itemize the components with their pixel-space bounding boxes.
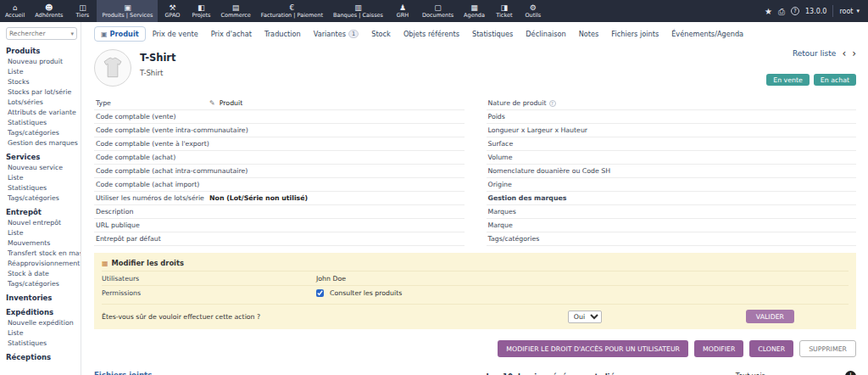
menu-commerce-label: Commerce xyxy=(220,13,250,19)
menu-facturation-paiement[interactable]: € Facturation | Paiement xyxy=(256,0,328,22)
latest-events-title: Les 10 derniers événements liés xyxy=(487,372,620,375)
sidebar-item-nouvelle-expedition[interactable]: Nouvelle expédition xyxy=(6,318,77,328)
left-sidebar: ▾ Produits Nouveau produit Liste Stocks … xyxy=(0,22,81,375)
field-row-lot-serie: Utiliser les numéros de lots/série Non (… xyxy=(94,192,465,205)
sidebar-item-stock-a-date[interactable]: Stock à date xyxy=(6,269,77,279)
menu-tiers-label: Tiers xyxy=(76,13,90,19)
sidebar-item-reapprovisionnement[interactable]: Réapprovisionnement xyxy=(6,259,77,269)
documents-icon: ▢ xyxy=(434,4,442,12)
sidebar-item-tags-services[interactable]: Tags/catégories xyxy=(6,193,77,204)
sidebar-item-statistiques-produits[interactable]: Statistiques xyxy=(6,118,77,128)
menu-produits-services[interactable]: ▣ Produits | Services xyxy=(97,0,158,22)
sidebar-header-services[interactable]: Services xyxy=(6,148,77,163)
chevron-left-icon[interactable]: ‹ xyxy=(842,50,846,58)
user-menu[interactable]: root ▾ xyxy=(839,8,860,15)
tab-declinaison[interactable]: Déclinaison xyxy=(520,27,571,41)
tab-label: Stock xyxy=(371,30,391,38)
product-title-block: T-Shirt T-Shirt xyxy=(140,49,176,87)
tab-fichiers-joints[interactable]: Fichiers joints xyxy=(605,27,665,41)
menu-projets[interactable]: ◧ Projets xyxy=(186,0,215,22)
rights-permissions-row: Permissions Consulter les produits xyxy=(102,285,849,299)
menu-agenda[interactable]: ▦ Agenda xyxy=(459,0,490,22)
modify-button[interactable]: MODIFIER xyxy=(694,340,743,357)
back-to-list-link[interactable]: Retour liste xyxy=(793,49,836,58)
print-icon[interactable]: ⎙ xyxy=(778,8,785,15)
sidebar-item-stocks-par-lot[interactable]: Stocks par lot/série xyxy=(6,87,77,98)
sidebar-section-inventories: Inventories xyxy=(6,289,77,304)
modify-access-button[interactable]: MODIFIER LE DROIT D'ACCÈS POUR UN UTILIS… xyxy=(498,340,688,357)
tab-label: Déclinaison xyxy=(526,30,565,38)
menu-grh[interactable]: ♟ GRH xyxy=(388,0,417,22)
tab-notes[interactable]: Notes xyxy=(573,27,605,41)
menu-ticket[interactable]: ◨ Ticket xyxy=(490,0,519,22)
tab-prix-de-vente[interactable]: Prix de vente xyxy=(147,27,204,41)
clone-button[interactable]: CLONER xyxy=(749,340,793,357)
tab-evenements-agenda[interactable]: Événements/Agenda xyxy=(665,27,749,41)
sidebar-header-produits[interactable]: Produits xyxy=(6,42,77,57)
chevron-right-icon[interactable]: › xyxy=(852,50,856,58)
menu-outils[interactable]: ⚙ Outils xyxy=(519,0,548,22)
bottom-sections: Fichiers joints Les 10 derniers événemen… xyxy=(94,371,856,375)
sidebar-item-nouvel-entrepot[interactable]: Nouvel entrepôt xyxy=(6,218,77,228)
delete-button[interactable]: SUPPRIMER xyxy=(799,340,856,357)
permission-checkbox[interactable] xyxy=(316,289,324,297)
field-label: Tags/catégories xyxy=(488,235,602,243)
tab-objets-referents[interactable]: Objets référents xyxy=(398,27,465,41)
sidebar-item-tags-entrepot[interactable]: Tags/catégories xyxy=(6,279,77,289)
sidebar-header-expeditions[interactable]: Expéditions xyxy=(6,304,77,318)
sidebar-item-liste-entrepots[interactable]: Liste xyxy=(6,228,77,238)
sidebar-header-inventories[interactable]: Inventories xyxy=(6,289,77,304)
sidebar-item-lots-series[interactable]: Lots/séries xyxy=(6,98,77,108)
field-row: Entrepôt par défaut xyxy=(94,232,465,246)
tab-statistiques[interactable]: Statistiques xyxy=(466,27,519,41)
menu-projets-label: Projets xyxy=(192,13,210,19)
menu-adherents[interactable]: ☻ Adhérents xyxy=(30,0,68,22)
tab-variantes[interactable]: Variantes 1 xyxy=(308,27,364,42)
tab-traduction[interactable]: Traduction xyxy=(259,27,307,41)
menu-gpao[interactable]: ⚒ GPAO xyxy=(158,0,186,22)
sidebar-item-liste-expeditions[interactable]: Liste xyxy=(6,328,77,339)
sidebar-item-liste-produits[interactable]: Liste xyxy=(6,67,77,77)
sidebar-item-transfert-stock[interactable]: Transfert stock en masse xyxy=(6,249,77,259)
users-select[interactable]: John Doe xyxy=(316,275,346,283)
tab-prix-achat[interactable]: Prix d'achat xyxy=(205,27,258,41)
sidebar-item-stocks[interactable]: Stocks xyxy=(6,77,77,87)
menu-documents[interactable]: ▢ Documents xyxy=(417,0,459,22)
bookmark-icon[interactable]: ★ xyxy=(765,8,772,15)
linked-files-section: Fichiers joints xyxy=(94,371,465,375)
sidebar-item-gestion-marques[interactable]: Gestion des marques xyxy=(6,138,77,148)
field-row: Code comptable (vente) xyxy=(94,110,465,124)
sidebar-item-attributs-variante[interactable]: Attributs de variante xyxy=(6,108,77,118)
sidebar-header-receptions[interactable]: Réceptions xyxy=(6,349,77,363)
sidebar-header-entrepot[interactable]: Entrepôt xyxy=(6,204,77,218)
tab-stock[interactable]: Stock xyxy=(365,27,397,41)
search-input[interactable] xyxy=(9,30,70,37)
info-icon[interactable]: ? xyxy=(549,100,556,107)
field-value-text: Produit xyxy=(220,99,242,107)
variants-count-badge: 1 xyxy=(348,30,359,39)
product-photo[interactable] xyxy=(94,49,131,87)
sidebar-item-nouveau-produit[interactable]: Nouveau produit xyxy=(6,57,77,67)
menu-banques-caisses[interactable]: ▥ Banques | Caisses xyxy=(328,0,388,22)
add-event-icon[interactable]: + xyxy=(845,371,856,375)
search-caret-icon[interactable]: ▾ xyxy=(70,31,74,37)
menu-commerce[interactable]: ▤ Commerce xyxy=(215,0,255,22)
sidebar-item-liste-services[interactable]: Liste xyxy=(6,173,77,183)
tab-produit[interactable]: ▣ Produit xyxy=(94,26,146,42)
help-icon[interactable]: ? xyxy=(791,7,799,15)
linked-files-title[interactable]: Fichiers joints xyxy=(94,371,152,375)
validate-button[interactable]: VALIDER xyxy=(746,310,794,323)
edit-pencil-icon[interactable]: ✎ xyxy=(209,99,215,107)
sidebar-item-mouvements[interactable]: Mouvements xyxy=(6,238,77,249)
projects-icon: ◧ xyxy=(198,4,205,12)
sidebar-item-statistiques-services[interactable]: Statistiques xyxy=(6,183,77,193)
sidebar-item-tags-produits[interactable]: Tags/catégories xyxy=(6,128,77,138)
sidebar-item-statistiques-expeditions[interactable]: Statistiques xyxy=(6,339,77,349)
sidebar-search[interactable]: ▾ xyxy=(6,27,77,40)
sidebar-item-nouveau-service[interactable]: Nouveau service xyxy=(6,163,77,173)
menu-accueil[interactable]: ⌂ Accueil xyxy=(0,0,30,22)
field-label: Code comptable (achat intra-communautair… xyxy=(96,167,248,175)
confirm-select[interactable]: Oui xyxy=(568,311,602,323)
field-label: Code comptable (vente intra-communautair… xyxy=(96,126,248,134)
menu-tiers[interactable]: ◫ Tiers xyxy=(68,0,97,22)
